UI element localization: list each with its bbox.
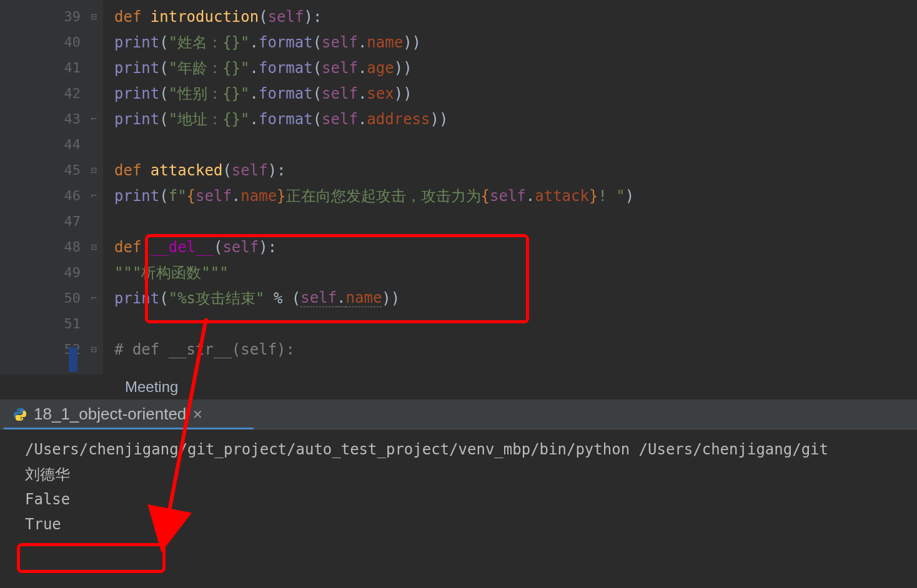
code-line[interactable]: """析构函数""" bbox=[103, 260, 917, 285]
run-tab-title: 18_1_object-oriented bbox=[34, 404, 186, 424]
run-console[interactable]: /Users/chenjigang/git_project/auto_test_… bbox=[0, 429, 917, 588]
code-line[interactable]: print("%s攻击结束" % (self.name)) bbox=[103, 285, 917, 311]
python-icon bbox=[12, 407, 27, 422]
code-editor[interactable]: 39 40 41 42 43 44 45 46 47 48 49 50 51 5… bbox=[0, 0, 917, 375]
code-line[interactable]: print("姓名：{}".format(self.name)) bbox=[103, 29, 917, 55]
line-number: 39 bbox=[34, 4, 84, 29]
fold-end-icon[interactable]: ⌐ bbox=[84, 285, 103, 311]
code-line[interactable]: print(f"{self.name}正在向您发起攻击，攻击力为{self.at… bbox=[103, 183, 917, 208]
line-number: 50 bbox=[34, 285, 84, 311]
breadcrumb-item[interactable]: Meeting bbox=[125, 378, 178, 396]
code-line[interactable]: print("性别：{}".format(self.sex)) bbox=[103, 81, 917, 106]
line-number: 49 bbox=[34, 260, 84, 285]
line-number: 40 bbox=[34, 29, 84, 55]
line-number-gutter: 39 40 41 42 43 44 45 46 47 48 49 50 51 5… bbox=[34, 0, 84, 375]
caret-line-highlight bbox=[69, 347, 77, 372]
console-command: /Users/chenjigang/git_project/auto_test_… bbox=[25, 437, 892, 462]
breadcrumb-bar[interactable]: Meeting bbox=[0, 375, 917, 399]
fold-marker-icon[interactable]: ⊟ bbox=[84, 336, 103, 362]
run-tab[interactable]: 18_1_object-oriented ✕ bbox=[4, 399, 212, 429]
line-number: 44 bbox=[34, 132, 84, 157]
method-format: format bbox=[259, 34, 313, 51]
fold-marker-icon[interactable]: ⊟ bbox=[84, 157, 103, 183]
keyword-def: def bbox=[114, 8, 151, 26]
code-line[interactable] bbox=[103, 132, 917, 157]
code-line[interactable] bbox=[103, 311, 917, 336]
code-line[interactable]: print("年龄：{}".format(self.age)) bbox=[103, 55, 917, 81]
code-line[interactable]: def introduction(self): bbox=[103, 4, 917, 29]
console-output: True bbox=[25, 512, 892, 537]
code-line[interactable] bbox=[103, 208, 917, 234]
console-output: False bbox=[25, 487, 892, 512]
fold-end-icon[interactable]: ⌐ bbox=[84, 106, 103, 132]
func-name: introduction bbox=[151, 8, 259, 26]
active-tab-indicator bbox=[4, 428, 254, 429]
self-param: self bbox=[268, 8, 304, 26]
line-number: 48 bbox=[34, 234, 84, 260]
line-number: 46 bbox=[34, 183, 84, 208]
code-line[interactable]: def __del__(self): bbox=[103, 234, 917, 260]
gutter-margin bbox=[0, 0, 34, 375]
code-area[interactable]: def introduction(self): print("姓名：{}".fo… bbox=[103, 0, 917, 375]
console-output: 刘德华 bbox=[25, 462, 892, 487]
close-icon[interactable]: ✕ bbox=[192, 407, 203, 422]
code-line[interactable]: print("地址：{}".format(self.address)) bbox=[103, 106, 917, 132]
line-number: 41 bbox=[34, 55, 84, 81]
docstring: """析构函数""" bbox=[114, 263, 229, 283]
fold-gutter: ⊟ ⌐ ⊟ ⌐ ⊟ ⌐ ⊟ bbox=[84, 0, 103, 375]
line-number: 47 bbox=[34, 208, 84, 234]
line-number: 45 bbox=[34, 157, 84, 183]
builtin-print: print bbox=[114, 34, 159, 51]
dunder-del: __del__ bbox=[151, 238, 214, 256]
run-tool-tabbar: 18_1_object-oriented ✕ bbox=[0, 399, 917, 429]
fold-marker-icon[interactable]: ⊟ bbox=[84, 234, 103, 260]
fold-marker-icon[interactable]: ⊟ bbox=[84, 4, 103, 29]
string-literal: "姓名：{}" bbox=[169, 32, 250, 52]
line-number: 43 bbox=[34, 106, 84, 132]
line-number: 42 bbox=[34, 81, 84, 106]
comment: # def __str__(self): bbox=[114, 341, 295, 358]
attr-name: name bbox=[367, 34, 403, 51]
fold-end-icon[interactable]: ⌐ bbox=[84, 183, 103, 208]
line-number: 51 bbox=[34, 311, 84, 336]
code-line[interactable]: def attacked(self): bbox=[103, 157, 917, 183]
code-line[interactable]: # def __str__(self): bbox=[103, 336, 917, 362]
